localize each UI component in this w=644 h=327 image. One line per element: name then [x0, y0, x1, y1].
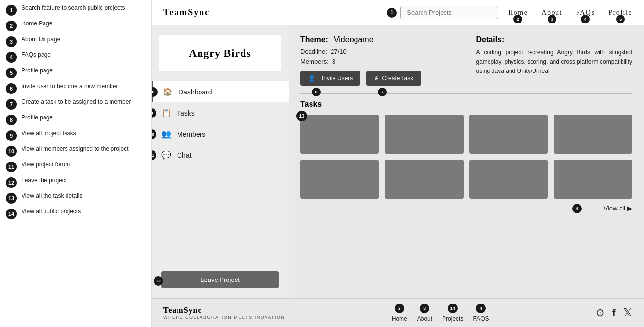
project-title-card: Angry Birds: [159, 35, 281, 71]
footer: TeamSync WHERE COLLABORATION MEETS INOVA…: [152, 298, 644, 327]
annotation-text: Profile page: [22, 67, 53, 75]
footer-nav-label: Projects: [442, 315, 463, 322]
sidebar-nav-label: Members: [177, 130, 205, 138]
task-card[interactable]: [469, 160, 548, 199]
annotation-badge: 1: [6, 5, 17, 16]
facebook-icon[interactable]: f: [612, 306, 616, 319]
navbar-link-wrap-faqs: FAQs 4: [576, 9, 595, 17]
invite-users-button[interactable]: 👤+ Invite Users: [300, 71, 360, 86]
twitter-icon[interactable]: 𝕏: [623, 306, 632, 319]
divider: [300, 93, 632, 94]
instagram-icon[interactable]: ⊙: [596, 306, 604, 319]
task-card[interactable]: [469, 115, 548, 154]
annotation-item: 9 View all project tasks: [6, 129, 145, 141]
footer-nav-label: About: [417, 315, 432, 322]
footer-nav-badge-14: 14: [448, 304, 458, 313]
task-badge-13: 13: [296, 111, 307, 121]
annotation-item: 3 About Us page: [6, 35, 145, 47]
annotation-item: 14 View all public projects: [6, 208, 145, 219]
annotation-text: FAQs page: [22, 51, 51, 59]
sidebar-nav: 8 🏠 Dashboard 9 📋 Tasks 10 👥 Members 11 …: [152, 81, 289, 263]
sidebar-nav-item-tasks[interactable]: 9 📋 Tasks: [152, 102, 289, 123]
annotation-text: Profile page: [22, 114, 53, 122]
annotation-text: About Us page: [22, 35, 60, 44]
project-sidebar: Angry Birds 8 🏠 Dashboard 9 📋 Tasks 10 👥…: [152, 25, 289, 298]
details-heading: Details:: [476, 35, 633, 44]
view-all-label: View all: [603, 205, 625, 212]
annotation-text: View all the task details: [22, 192, 83, 200]
navbar-badge-5: 5: [616, 15, 625, 23]
navbar-link-wrap-profile: Profile 5: [608, 9, 632, 17]
annotation-text: Create a task to be assigned to a member: [22, 98, 131, 106]
annotation-badge: 2: [6, 21, 17, 31]
annotation-badge: 3: [6, 36, 17, 47]
annotation-item: 11 View project forum: [6, 161, 145, 172]
navbar-badge-4: 4: [581, 15, 590, 23]
footer-nav-badge-3: 3: [420, 304, 429, 313]
members-value: 8: [332, 58, 335, 65]
view-all-row: 9 View all ▶: [300, 205, 632, 212]
footer-left: TeamSync WHERE COLLABORATION MEETS INOVA…: [163, 306, 285, 320]
annotation-badge: 8: [6, 115, 17, 125]
task-card[interactable]: [554, 115, 632, 154]
footer-nav-badge-4: 4: [476, 304, 486, 313]
sidebar-nav-label: Dashboard: [178, 88, 212, 96]
annotation-text: Home Page: [22, 20, 52, 28]
annotation-item: 10 View all members assigned to the proj…: [6, 145, 145, 157]
footer-brand: TeamSync: [163, 306, 285, 315]
search-badge: 1: [387, 8, 397, 18]
navbar-badge-2: 2: [513, 15, 522, 23]
footer-nav: 2 Home 3 About 14 Projects 4 FAQS: [392, 304, 489, 322]
annotation-badge: 11: [6, 162, 17, 172]
navbar-brand: TeamSync: [163, 7, 391, 18]
footer-social: ⊙f𝕏: [596, 306, 632, 319]
annotation-item: 12 Leave the project: [6, 176, 145, 188]
annotation-text: View project forum: [22, 161, 70, 169]
tasks-grid-row2: [300, 160, 632, 199]
task-card[interactable]: [385, 160, 464, 199]
annotation-badge: 13: [6, 193, 17, 204]
tasks-section: Tasks 13 9: [300, 100, 632, 212]
create-task-button[interactable]: ⊕ Create Task: [366, 71, 421, 86]
view-all-link[interactable]: View all ▶: [603, 205, 632, 212]
footer-nav-item-projects[interactable]: 14 Projects: [442, 304, 463, 322]
sidebar-nav-badge-8: 8: [152, 87, 158, 97]
footer-nav-badge-2: 2: [395, 304, 404, 313]
invite-icon: 👤+: [308, 75, 319, 82]
annotation-badge: 7: [6, 99, 17, 110]
task-card[interactable]: [300, 160, 379, 199]
navbar-link-wrap-home: Home 2: [508, 9, 528, 17]
project-info-row: Theme: Videogame Deadline: 27/10 Members…: [300, 35, 632, 86]
annotation-text: View all project tasks: [22, 129, 76, 138]
navbar-links: Home 2 About 3 FAQs 4 Profile 5: [508, 9, 632, 17]
sidebar-nav-item-dashboard[interactable]: 8 🏠 Dashboard: [152, 81, 289, 102]
annotation-badge: 9: [6, 130, 17, 141]
annotation-text: Invite user to become a new member: [22, 82, 118, 91]
task-card[interactable]: [554, 160, 632, 199]
sidebar-icon-chat: 💬: [161, 150, 171, 160]
footer-nav-item-home[interactable]: 2 Home: [392, 304, 407, 322]
annotation-badge: 5: [6, 68, 17, 78]
footer-nav-item-faqs[interactable]: 4 FAQS: [473, 304, 489, 322]
footer-nav-item-about[interactable]: 3 About: [417, 304, 432, 322]
sidebar-icon-dashboard: 🏠: [163, 87, 173, 96]
tasks-heading: Tasks: [300, 100, 632, 109]
project-meta: Theme: Videogame Deadline: 27/10 Members…: [300, 35, 457, 86]
search-input[interactable]: [400, 6, 498, 19]
task-card[interactable]: [385, 115, 464, 154]
leave-btn-wrap: 12 Leave Project: [152, 263, 289, 298]
sidebar-nav-badge-11: 11: [152, 150, 156, 160]
annotation-badge: 10: [6, 146, 17, 157]
annotation-text: Search feature to search public projects: [22, 4, 125, 12]
search-wrap: 1: [400, 6, 498, 19]
view-all-arrow: ▶: [627, 205, 632, 212]
leave-project-button[interactable]: Leave Project: [161, 271, 279, 288]
theme-value: Videogame: [334, 35, 374, 44]
sidebar-nav-item-members[interactable]: 10 👥 Members: [152, 123, 289, 144]
annotation-item: 2 Home Page: [6, 20, 145, 31]
navbar: TeamSync 1 Home 2 About 3 FAQs 4 Profile…: [152, 0, 644, 25]
annotation-item: 4 FAQs page: [6, 51, 145, 63]
sidebar-nav-item-chat[interactable]: 11 💬 Chat: [152, 144, 289, 165]
task-card[interactable]: 13: [300, 115, 379, 154]
create-task-btn-label: Create Task: [382, 75, 413, 82]
